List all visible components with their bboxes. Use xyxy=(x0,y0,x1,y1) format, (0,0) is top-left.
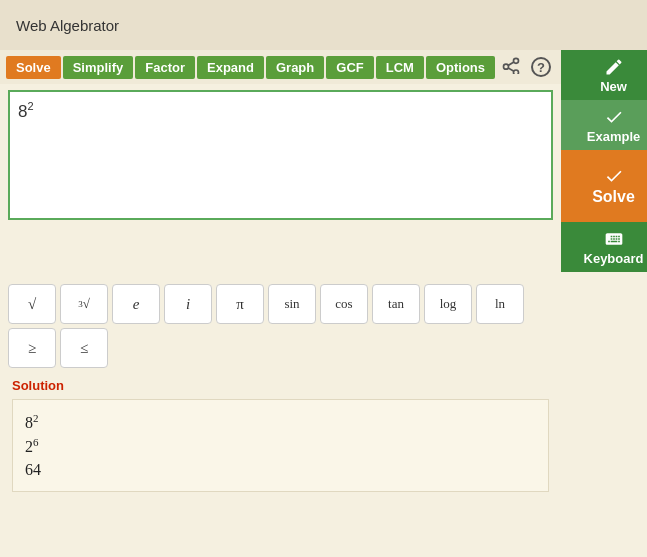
main-layout: Solve Simplify Factor Expand Graph GCF L… xyxy=(0,50,647,498)
example-icon xyxy=(604,107,624,127)
graph-tab[interactable]: Graph xyxy=(266,56,324,79)
lcm-tab[interactable]: LCM xyxy=(376,56,424,79)
app-title: Web Algebrator xyxy=(16,17,119,34)
solution-steps: 82 26 64 xyxy=(12,399,549,492)
pencil-icon xyxy=(604,57,624,77)
solve-check-icon xyxy=(604,166,624,186)
lte-button[interactable]: ≤ xyxy=(60,328,108,368)
solution-step-1: 82 xyxy=(25,412,536,432)
log-button[interactable]: log xyxy=(424,284,472,324)
svg-point-1 xyxy=(504,64,509,69)
keyboard-button[interactable]: Keyboard ▼ xyxy=(561,222,647,272)
solution-step-2: 26 xyxy=(25,436,536,456)
tan-button[interactable]: tan xyxy=(372,284,420,324)
svg-line-4 xyxy=(508,62,514,65)
new-button[interactable]: New xyxy=(561,50,647,100)
new-label: New xyxy=(600,79,627,94)
gte-button[interactable]: ≥ xyxy=(8,328,56,368)
solution-label: Solution xyxy=(12,378,549,393)
expression-input[interactable]: 82 xyxy=(8,90,553,220)
gcf-tab[interactable]: GCF xyxy=(326,56,373,79)
simplify-tab[interactable]: Simplify xyxy=(63,56,134,79)
factor-tab[interactable]: Factor xyxy=(135,56,195,79)
help-button[interactable]: ? xyxy=(527,55,555,79)
math-buttons-row: √ 3√ e i π sin cos tan log ln ≥ ≤ xyxy=(0,280,561,372)
main-area: Solve Simplify Factor Expand Graph GCF L… xyxy=(0,50,561,498)
sidebar: New Example Solve Keyboard ▼ xyxy=(561,50,647,498)
example-label: Example xyxy=(587,129,640,144)
toolbar: Solve Simplify Factor Expand Graph GCF L… xyxy=(0,50,561,84)
solve-tab[interactable]: Solve xyxy=(6,56,61,79)
example-button[interactable]: Example xyxy=(561,100,647,150)
imaginary-button[interactable]: i xyxy=(164,284,212,324)
expression-display: 82 xyxy=(18,100,543,122)
euler-button[interactable]: e xyxy=(112,284,160,324)
share-button[interactable] xyxy=(497,54,525,80)
pi-button[interactable]: π xyxy=(216,284,264,324)
cos-button[interactable]: cos xyxy=(320,284,368,324)
keyboard-label: Keyboard xyxy=(584,251,644,266)
ln-button[interactable]: ln xyxy=(476,284,524,324)
svg-point-2 xyxy=(514,70,519,74)
cbrt-button[interactable]: 3√ xyxy=(60,284,108,324)
svg-point-0 xyxy=(514,58,519,63)
svg-line-3 xyxy=(508,68,514,71)
solution-step-3: 64 xyxy=(25,461,536,479)
solve-label: Solve xyxy=(592,188,635,206)
solution-area: Solution 82 26 64 xyxy=(0,372,561,498)
sin-button[interactable]: sin xyxy=(268,284,316,324)
ad-area xyxy=(0,226,561,276)
sqrt-button[interactable]: √ xyxy=(8,284,56,324)
expand-tab[interactable]: Expand xyxy=(197,56,264,79)
options-tab[interactable]: Options xyxy=(426,56,495,79)
keyboard-icon xyxy=(604,229,624,249)
app-header: Web Algebrator xyxy=(0,0,647,50)
solve-button[interactable]: Solve xyxy=(561,150,647,222)
